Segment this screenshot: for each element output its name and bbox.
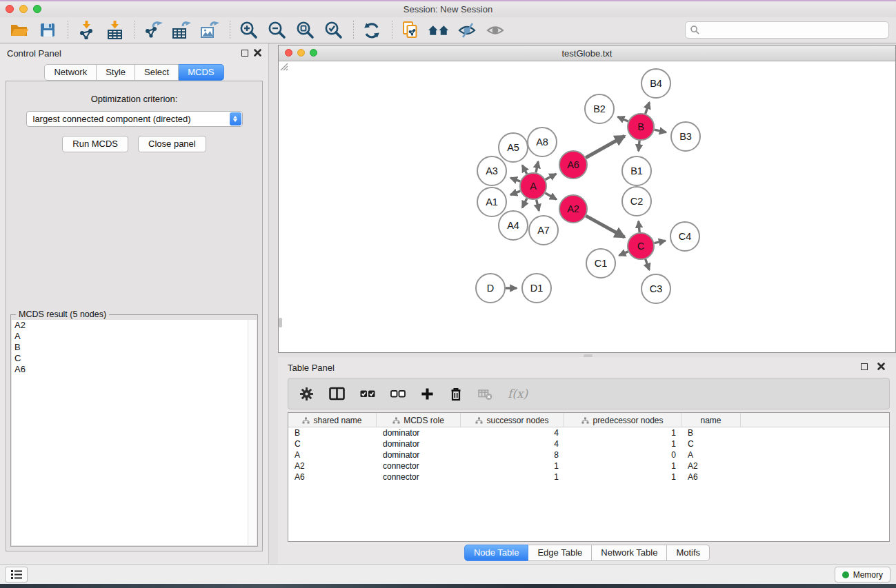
graph-node-A1[interactable]: A1	[477, 187, 506, 216]
graph-edge-C-C2[interactable]	[639, 221, 640, 232]
graph-node-A6[interactable]: A6	[559, 151, 587, 179]
table-row[interactable]: Cdominator41C	[288, 438, 889, 449]
mcds-result-scrollbar[interactable]	[248, 320, 257, 545]
save-session-button[interactable]	[37, 19, 59, 41]
graph-edge-A-A4[interactable]	[522, 199, 527, 207]
graph-node-A5[interactable]: A5	[499, 133, 528, 162]
close-panel-icon[interactable]	[253, 48, 262, 57]
table-cell[interactable]: A	[681, 449, 741, 460]
table-cell[interactable]: 1	[564, 427, 681, 438]
table-row[interactable]: A6connector11A6	[288, 472, 889, 483]
mcds-result-item[interactable]: A	[12, 331, 248, 342]
graph-edge-A-A5[interactable]	[522, 165, 527, 174]
graph-edge-B-B2[interactable]	[618, 117, 628, 122]
graph-node-C3[interactable]: C3	[641, 274, 670, 303]
graph-node-B[interactable]: B	[628, 114, 654, 140]
table-row[interactable]: A2connector11A2	[288, 460, 889, 472]
table-cell[interactable]: connector	[377, 460, 461, 472]
tab-mcds[interactable]: MCDS	[179, 64, 223, 81]
table-cell[interactable]: 1	[461, 460, 564, 472]
home-button[interactable]	[428, 19, 450, 41]
graph-edge-A2-C[interactable]	[586, 216, 624, 237]
graph-node-B3[interactable]: B3	[671, 122, 700, 151]
table-cell[interactable]: A	[288, 449, 377, 460]
table-cell[interactable]: connector	[377, 472, 461, 483]
table-row[interactable]: Adominator80A	[288, 449, 889, 460]
delete-column-button[interactable]	[449, 383, 463, 404]
show-hide-button[interactable]	[484, 19, 506, 41]
new-network-from-selection-button[interactable]	[399, 19, 421, 41]
zoom-selected-button[interactable]	[322, 19, 344, 41]
table-cell[interactable]: 0	[564, 449, 681, 460]
table-cell[interactable]: C	[288, 438, 377, 449]
graph-edge-A-A6[interactable]	[546, 174, 557, 179]
tab-node-table[interactable]: Node Table	[464, 545, 529, 561]
optimization-criterion-select[interactable]: largest connected component (directed)	[26, 111, 243, 127]
graph-edge-A-A3[interactable]	[510, 178, 520, 181]
open-session-button[interactable]	[8, 19, 30, 41]
tab-motifs[interactable]: Motifs	[667, 545, 710, 561]
column-header-shared-name[interactable]: shared name	[288, 413, 377, 427]
network-window-titlebar[interactable]: testGlobe.txt	[279, 45, 895, 61]
zoom-fit-button[interactable]	[294, 19, 316, 41]
float-table-panel-icon[interactable]	[861, 363, 868, 370]
table-cell[interactable]: A6	[288, 472, 377, 483]
table-cell[interactable]: dominator	[377, 438, 461, 449]
import-network-button[interactable]	[75, 19, 97, 41]
column-header-MCDS-role[interactable]: MCDS role	[377, 413, 461, 427]
close-panel-button[interactable]: Close panel	[138, 136, 206, 152]
close-table-panel-icon[interactable]	[877, 362, 886, 371]
mcds-result-item[interactable]: A6	[12, 364, 248, 375]
graph-node-A7[interactable]: A7	[529, 216, 558, 245]
table-cell[interactable]: A6	[681, 472, 741, 483]
zoom-out-button[interactable]	[266, 19, 288, 41]
tab-select[interactable]: Select	[135, 64, 179, 81]
mcds-result-item[interactable]: C	[12, 353, 248, 364]
tab-style[interactable]: Style	[97, 64, 135, 81]
table-cell[interactable]: dominator	[377, 427, 461, 438]
table-cell[interactable]: 1	[564, 460, 681, 472]
table-cell[interactable]: 1	[564, 438, 681, 449]
delete-table-button[interactable]	[478, 383, 492, 404]
graph-node-A3[interactable]: A3	[477, 156, 506, 185]
graph-node-B1[interactable]: B1	[622, 156, 651, 185]
export-table-button[interactable]	[170, 19, 192, 41]
split-panel-button[interactable]	[329, 383, 345, 404]
graph-edge-A-A2[interactable]	[545, 193, 556, 199]
memory-button[interactable]: Memory	[835, 567, 890, 582]
table-cell[interactable]: B	[288, 427, 377, 438]
graph-node-C1[interactable]: C1	[586, 249, 615, 278]
deselect-all-columns-button[interactable]	[390, 383, 406, 404]
table-cell[interactable]: 4	[461, 427, 564, 438]
graph-edge-C-C1[interactable]	[619, 252, 628, 256]
column-header-name[interactable]: name	[681, 413, 741, 427]
graph-edge-A-A8[interactable]	[536, 161, 538, 172]
table-settings-button[interactable]	[299, 383, 314, 404]
graph-node-D1[interactable]: D1	[522, 274, 551, 303]
graph-edge-C-C4[interactable]	[655, 241, 666, 243]
table-cell[interactable]: B	[681, 427, 741, 438]
graph-node-C4[interactable]: C4	[670, 222, 699, 251]
graph-node-A8[interactable]: A8	[528, 128, 557, 156]
export-network-button[interactable]	[142, 19, 164, 41]
create-column-button[interactable]	[421, 383, 434, 404]
mcds-result-item[interactable]: B	[12, 342, 248, 353]
zoom-in-button[interactable]	[237, 19, 259, 41]
graph-edge-B-B1[interactable]	[639, 141, 639, 151]
vertical-scroll-indicator[interactable]	[279, 318, 282, 327]
table-cell[interactable]: 4	[461, 438, 564, 449]
export-image-button[interactable]	[199, 19, 221, 41]
table-cell[interactable]: 1	[564, 472, 681, 483]
graph-edge-B-B4[interactable]	[646, 102, 650, 114]
table-row[interactable]: Bdominator41B	[288, 427, 889, 438]
network-canvas[interactable]: B4B2BB3A8A5A6A3B1AA1C2A2A4A7CC4C1C3DD1	[279, 61, 895, 352]
graph-edge-A-A1[interactable]	[510, 191, 520, 194]
graph-edge-B-B3[interactable]	[655, 130, 666, 132]
graph-node-B2[interactable]: B2	[585, 94, 614, 123]
run-mcds-button[interactable]: Run MCDS	[62, 136, 128, 152]
graph-node-A[interactable]: A	[520, 173, 546, 199]
refresh-button[interactable]	[361, 19, 383, 41]
table-cell[interactable]: dominator	[377, 449, 461, 460]
mcds-result-list[interactable]: A2ABCA6	[12, 320, 248, 545]
task-history-button[interactable]	[5, 567, 28, 582]
